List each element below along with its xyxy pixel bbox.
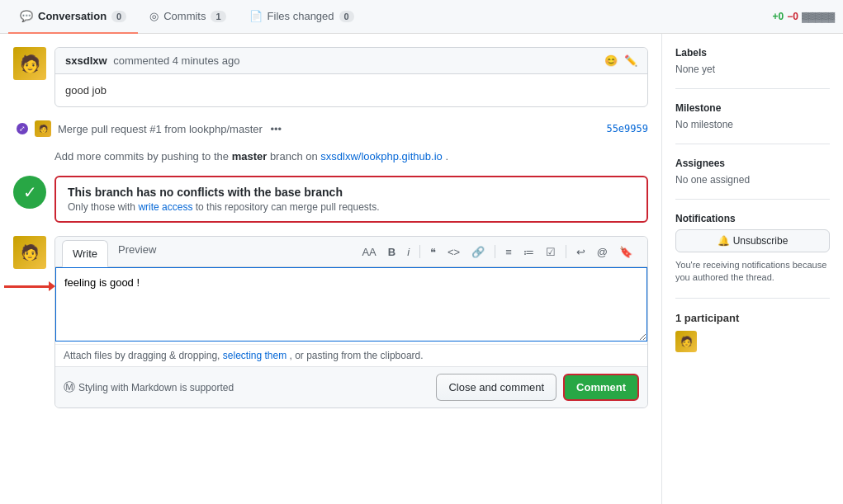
repo-link[interactable]: sxsdlxw/lookphp.github.io	[320, 150, 442, 163]
unsubscribe-button[interactable]: 🔔 Unsubscribe	[675, 229, 830, 252]
merge-status-title: This branch has no conflicts with the ba…	[68, 186, 635, 199]
participant-count: 1 participant	[675, 312, 830, 324]
diff-stat: +0 −0 ▓▓▓▓▓	[773, 0, 835, 33]
sidebar-assignees: Assignees No one assigned	[675, 158, 830, 200]
merge-dot-icon: ⤢	[17, 123, 28, 134]
write-toolbar: AA B i ❝ <> 🔗 ≡ ≔ ☑ ↩ @ 🔖	[353, 237, 641, 266]
write-wrapper: 🧑 Write Preview AA B i ❝ <> 🔗 ≡	[13, 236, 648, 408]
write-avatar: 🧑	[13, 236, 46, 269]
main-layout: 🧑 sxsdlxw commented 4 minutes ago 😊 ✏️ g…	[0, 34, 843, 504]
tab-bar: 💬 Conversation 0 ◎ Commits 1 📄 Files cha…	[0, 0, 843, 34]
comment-author: sxsdlxw	[65, 54, 107, 67]
tab-commits-label: Commits	[163, 10, 206, 22]
bold-btn[interactable]: B	[383, 243, 400, 261]
arrow-indicator	[4, 285, 50, 288]
merge-commit-text: Merge pull request #1 from lookphp/maste…	[58, 123, 282, 135]
commits-icon: ◎	[149, 10, 159, 22]
write-box: Write Preview AA B i ❝ <> 🔗 ≡ ≔ ☑	[54, 236, 648, 408]
markdown-hint-text: Styling with Markdown is supported	[78, 382, 234, 393]
write-access-link[interactable]: write access	[138, 201, 192, 213]
task-list-btn[interactable]: ☑	[541, 243, 561, 261]
merge-status-wrapper: ✓ This branch has no conflicts with the …	[13, 176, 648, 223]
tab-write[interactable]: Write	[62, 240, 108, 267]
reply-btn[interactable]: ↩	[571, 243, 590, 261]
italic-btn[interactable]: i	[402, 243, 414, 261]
edit-comment-icon[interactable]: ✏️	[624, 54, 637, 67]
bottom-bar: Ⓜ Styling with Markdown is supported Clo…	[55, 366, 647, 407]
markdown-icon: Ⓜ	[64, 380, 75, 395]
diff-deletions: −0	[787, 11, 798, 22]
participant-avatar: 🧑	[675, 331, 697, 352]
code-btn[interactable]: <>	[443, 243, 465, 261]
ordered-list-btn[interactable]: ≔	[519, 243, 539, 261]
sidebar: Labels None yet Milestone No milestone A…	[661, 34, 843, 504]
labels-value: None yet	[675, 64, 830, 75]
comment-header: sxsdlxw commented 4 minutes ago 😊 ✏️	[55, 48, 647, 74]
quote-btn[interactable]: ❝	[425, 243, 441, 261]
tab-conversation[interactable]: 💬 Conversation 0	[8, 0, 138, 34]
diff-additions: +0	[773, 11, 784, 22]
select-files-link[interactable]: selecting them	[223, 350, 287, 361]
assignees-heading: Assignees	[675, 158, 830, 169]
reference-btn[interactable]: 🔖	[614, 243, 637, 261]
merge-status-box: This branch has no conflicts with the ba…	[54, 176, 648, 223]
tab-files-changed-label: Files changed	[268, 10, 334, 22]
content-area: 🧑 sxsdlxw commented 4 minutes ago 😊 ✏️ g…	[0, 34, 661, 504]
comment-textarea[interactable]: feeling is good !	[55, 267, 647, 341]
merge-check-icon: ✓	[13, 176, 46, 209]
tab-commits[interactable]: ◎ Commits 1	[138, 0, 237, 34]
comment-wrapper: 🧑 sxsdlxw commented 4 minutes ago 😊 ✏️ g…	[13, 47, 648, 107]
bell-icon: 🔔	[717, 235, 730, 247]
unordered-list-btn[interactable]: ≡	[500, 243, 517, 261]
labels-heading: Labels	[675, 47, 830, 59]
comment-button[interactable]: Comment	[563, 374, 639, 401]
comment-box: sxsdlxw commented 4 minutes ago 😊 ✏️ goo…	[54, 47, 648, 107]
attach-info: Attach files by dragging & dropping, sel…	[55, 344, 647, 366]
files-changed-icon: 📄	[249, 10, 263, 22]
sidebar-milestone: Milestone No milestone	[675, 102, 830, 144]
heading-btn[interactable]: AA	[357, 243, 381, 261]
milestone-heading: Milestone	[675, 102, 830, 114]
comment-body: good job	[55, 74, 647, 106]
merge-commit-avatar: 🧑	[35, 120, 51, 137]
tab-preview[interactable]: Preview	[108, 237, 166, 267]
push-info: Add more commits by pushing to the maste…	[54, 150, 648, 163]
emoji-reaction-icon[interactable]: 😊	[604, 54, 618, 67]
notifications-heading: Notifications	[675, 213, 830, 224]
comment-time: commented 4 minutes ago	[113, 54, 239, 67]
branch-name: master	[232, 150, 268, 163]
assignees-value: No one assigned	[675, 174, 830, 186]
tab-files-changed[interactable]: 📄 Files changed 0	[238, 0, 366, 34]
sidebar-labels: Labels None yet	[675, 47, 830, 89]
unsubscribe-label: Unsubscribe	[733, 235, 789, 247]
tab-conversation-label: Conversation	[38, 10, 107, 22]
tab-conversation-badge: 0	[111, 11, 126, 22]
sidebar-participants: 1 participant 🧑	[675, 312, 830, 365]
link-btn[interactable]: 🔗	[466, 243, 490, 261]
conversation-icon: 💬	[20, 10, 33, 22]
markdown-hint: Ⓜ Styling with Markdown is supported	[64, 380, 234, 395]
commenter-avatar: 🧑	[13, 47, 46, 80]
mention-btn[interactable]: @	[592, 243, 613, 261]
merge-event: ⤢ 🧑 Merge pull request #1 from lookphp/m…	[13, 120, 648, 137]
close-and-comment-button[interactable]: Close and comment	[436, 374, 556, 401]
merge-commit-hash: 55e9959	[606, 123, 648, 134]
sidebar-notifications: Notifications 🔔 Unsubscribe You're recei…	[675, 213, 830, 299]
write-tabs: Write Preview AA B i ❝ <> 🔗 ≡ ≔ ☑	[55, 237, 647, 267]
tab-files-changed-badge: 0	[339, 11, 354, 22]
notification-text: You're receiving notifications because y…	[675, 259, 830, 285]
merge-status-sub: Only those with write access to this rep…	[68, 201, 635, 213]
milestone-value: No milestone	[675, 119, 830, 130]
merge-more-icon[interactable]: •••	[270, 123, 282, 135]
tab-commits-badge: 1	[211, 11, 225, 22]
